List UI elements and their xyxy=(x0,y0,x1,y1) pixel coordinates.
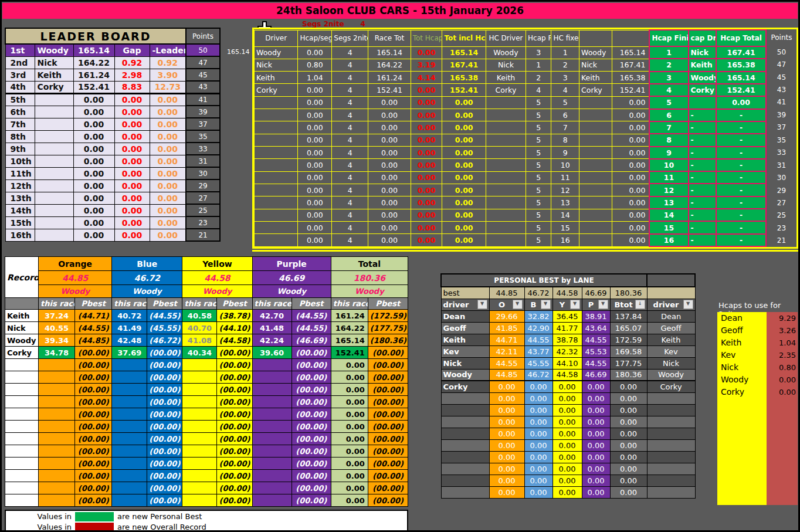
pbest-cell[interactable]: (00.00) xyxy=(75,347,112,359)
hcap-seg-cell[interactable]: 0.00 xyxy=(298,209,332,221)
hcap-driver-cell[interactable]: Dean xyxy=(717,312,767,324)
driver-name-cell[interactable] xyxy=(35,229,73,241)
this-race-cell[interactable]: 40.72 xyxy=(112,310,147,322)
best-yellow[interactable]: 44.58 xyxy=(552,287,582,299)
driver-name-cell[interactable] xyxy=(5,470,39,482)
gap-cell[interactable]: 0.00 xyxy=(114,130,150,143)
pbest-cell[interactable]: (00.00) xyxy=(147,433,182,445)
finish-driver-cell[interactable]: Corky xyxy=(689,84,717,96)
driver-name-cell[interactable] xyxy=(5,408,39,421)
orange-lane-cell[interactable]: 29.66 xyxy=(489,310,524,322)
finish-driver-cell[interactable]: Keith xyxy=(689,59,717,71)
behind-leader-cell[interactable]: 0.00 xyxy=(150,118,186,130)
hcap-rank-cell[interactable]: 5 xyxy=(526,134,551,146)
tot-incl-hcap-cell[interactable]: 165.38 xyxy=(442,72,486,84)
behind-leader-cell[interactable]: 0.00 xyxy=(150,229,186,241)
finish-driver-cell[interactable] xyxy=(689,96,717,109)
hc-fixed-cell[interactable]: 16 xyxy=(551,234,579,246)
finish-total-cell[interactable]: - xyxy=(716,134,766,146)
score-cell[interactable]: 0.00 xyxy=(73,229,114,241)
behind-leader-cell[interactable]: 0.92 xyxy=(150,56,186,69)
this-race-cell[interactable] xyxy=(252,470,291,482)
purple-lane-cell[interactable]: 38.91 xyxy=(582,310,610,322)
driver-cell[interactable] xyxy=(255,134,298,146)
driver-header[interactable]: Driver xyxy=(255,30,298,46)
pbest-cell[interactable]: (00.00) xyxy=(217,470,252,482)
race-tot-cell[interactable]: 0.00 xyxy=(368,159,411,171)
score-cell[interactable]: 161.24 xyxy=(73,69,114,81)
pbest-cell[interactable]: (00.00) xyxy=(75,421,112,433)
pbest-cell[interactable]: (00.00) xyxy=(368,347,408,359)
hcap-finish-driver-header[interactable]: cap Driv xyxy=(689,30,717,46)
lane-header-yellow[interactable]: Yellow xyxy=(182,257,252,271)
pbest-cell[interactable]: (00.00) xyxy=(291,494,331,507)
this-race-cell[interactable] xyxy=(182,359,217,371)
finish-total-cell[interactable]: 167.41 xyxy=(716,46,766,59)
this-race-header[interactable]: this race xyxy=(182,298,217,310)
this-race-cell[interactable] xyxy=(39,359,75,371)
btot-cell[interactable]: 0.00 xyxy=(610,404,647,416)
driver-name-cell[interactable]: Kev xyxy=(441,345,489,357)
blue-lane-cell[interactable]: 44.55 xyxy=(524,334,552,345)
driver-name-cell[interactable] xyxy=(647,463,695,475)
hc-driver-cell[interactable] xyxy=(486,96,526,109)
score-cell[interactable]: 0.00 xyxy=(73,179,114,192)
race-tot-cell[interactable]: 0.00 xyxy=(368,184,411,196)
race-tot-cell[interactable]: 0.00 xyxy=(368,196,411,209)
yellow-lane-cell[interactable]: 0.00 xyxy=(552,392,582,404)
driver-name-cell[interactable] xyxy=(35,179,73,192)
driver-name-cell[interactable]: Corky xyxy=(441,381,489,392)
hc-driver-cell[interactable]: Nick xyxy=(486,59,526,71)
pbest-cell[interactable]: (177.75) xyxy=(368,322,408,334)
hcap-seg-cell[interactable]: 0.00 xyxy=(298,184,332,196)
driver-name-cell[interactable]: Woody xyxy=(441,369,489,381)
btot-cell[interactable]: 172.59 xyxy=(610,334,647,345)
yellow-lane-cell[interactable]: 0.00 xyxy=(552,486,582,498)
yellow-lane-cell[interactable]: 44.58 xyxy=(552,369,582,381)
pbest-cell[interactable]: (46.72) xyxy=(147,334,182,347)
hcap-rank-cell[interactable]: 3 xyxy=(526,46,551,59)
this-race-cell[interactable] xyxy=(112,445,147,458)
this-race-cell[interactable] xyxy=(112,408,147,421)
points-cell[interactable]: 21 xyxy=(186,229,220,241)
p-filter-button[interactable]: ▼ xyxy=(598,300,608,309)
hc-fixed-cell[interactable]: 7 xyxy=(551,121,579,134)
rank-total-cell[interactable]: 0.00 xyxy=(612,234,649,246)
tot-incl-hcap-cell[interactable]: 0.00 xyxy=(442,196,486,209)
this-race-cell[interactable]: 0.00 xyxy=(331,371,368,384)
driver-cell[interactable] xyxy=(255,147,298,159)
segs-cell[interactable]: 4 xyxy=(332,134,368,146)
this-race-cell[interactable] xyxy=(39,371,75,384)
gap-cell[interactable]: 0.00 xyxy=(114,155,150,167)
btot-cell[interactable]: 0.00 xyxy=(610,428,647,439)
hcap-seg-header[interactable]: Hcap/seg xyxy=(298,30,332,46)
pbest-cell[interactable]: (44.71) xyxy=(75,310,112,322)
driver-name-cell[interactable] xyxy=(441,439,489,451)
this-race-cell[interactable]: 40.55 xyxy=(39,322,75,334)
race-tot-cell[interactable]: 0.00 xyxy=(368,96,411,109)
yellow-lane-cell[interactable]: 0.00 xyxy=(552,475,582,486)
position-cell[interactable]: 9th xyxy=(5,143,35,155)
hcap-rank-cell[interactable]: 5 xyxy=(526,234,551,246)
this-race-cell[interactable] xyxy=(182,433,217,445)
hc-fixed-cell[interactable]: 6 xyxy=(551,109,579,121)
hcap-value-cell[interactable]: 0.80 xyxy=(767,361,798,374)
hcap-seg-cell[interactable]: 0.00 xyxy=(298,109,332,121)
hcap-driver-cell[interactable]: Nick xyxy=(717,361,767,374)
tot-incl-hcap-cell[interactable]: 0.00 xyxy=(442,234,486,246)
race-tot-cell[interactable]: 161.24 xyxy=(368,72,411,84)
pb-o-header[interactable]: O▼ xyxy=(489,299,524,310)
position-cell[interactable]: 2nd xyxy=(5,56,35,69)
rank-total-cell[interactable]: 0.00 xyxy=(612,96,649,109)
hc-driver-cell[interactable]: Corky xyxy=(486,84,526,96)
pbest-cell[interactable]: (00.00) xyxy=(368,359,408,371)
pbest-cell[interactable]: (172.59) xyxy=(368,310,408,322)
gap-cell[interactable]: 8.83 xyxy=(114,81,150,93)
gap-cell[interactable]: 0.00 xyxy=(114,179,150,192)
this-race-header[interactable]: this race xyxy=(331,298,368,310)
position-cell[interactable]: 3rd xyxy=(5,69,35,81)
hcap-driver-cell[interactable]: Corky xyxy=(717,386,767,398)
hcap-seg-cell[interactable]: 0.00 xyxy=(298,84,332,96)
driver-name-cell[interactable] xyxy=(35,192,73,204)
orange-lane-cell[interactable]: 0.00 xyxy=(489,439,524,451)
